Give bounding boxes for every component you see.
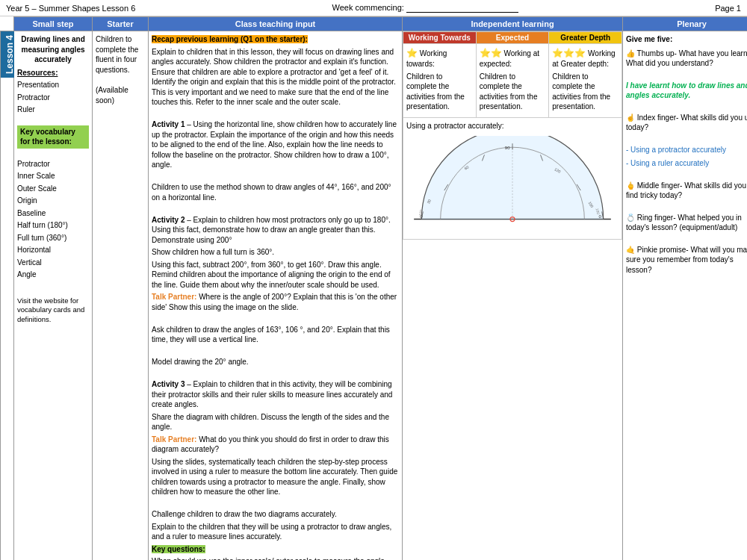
key-questions-label: Key questions:	[152, 545, 205, 553]
gd-header: Greater Depth	[549, 32, 622, 44]
starter-text: Children to complete the fluent in four …	[96, 34, 145, 75]
key-question-1: When should we use the inner scale/ oute…	[152, 556, 399, 560]
page-header: Year 5 – Summer Shapes Lesson 6 Week com…	[0, 0, 747, 16]
vocab-outer-scale: Outer Scale	[17, 184, 89, 194]
col-header-small-step: Small step	[14, 17, 93, 31]
col-header-teaching: Class teaching input	[149, 17, 403, 31]
col-header-plenary: Plenary	[623, 17, 748, 31]
protractor-label: Using a protractor accurately:	[406, 121, 619, 131]
vocab-full-turn: Full turn (360°)	[17, 233, 89, 243]
recap-label: Recap previous learning (Q1 on the start…	[152, 35, 308, 43]
activity1-header: Activity 1 – Using the horizontal line, …	[152, 119, 399, 170]
resource-presentation: Presentation	[17, 80, 89, 90]
small-step-cell: Drawing lines and measuring angles accur…	[14, 31, 93, 561]
col-header-starter: Starter	[93, 17, 149, 31]
activity2-subtract: Using this fact, subtract 200°, from 360…	[152, 260, 399, 290]
vocab-label: Key vocabulary for the lesson:	[17, 125, 89, 149]
plenary-intro: Give me five:	[626, 34, 747, 45]
plenary-thumb: 👍 Thumbs up- What have you learnt? What …	[626, 49, 747, 69]
independent-cell: Working Towards Expected Greater Depth ⭐…	[403, 31, 623, 561]
vocab-baseline: Baseline	[17, 208, 89, 219]
talk-partner-2: Talk Partner: What do you think you shou…	[152, 435, 399, 455]
challenge-text: Challenge children to draw the two diagr…	[152, 509, 399, 520]
vocab-horizontal: Horizontal	[17, 245, 89, 255]
plenary-middle: 🖕 Middle finger- What skills did you fin…	[626, 181, 747, 201]
wt-content: ⭐ Working towards: Children to complete …	[403, 44, 477, 118]
starter-cell: Children to complete the fluent in four …	[93, 31, 149, 561]
activity2-full-turn: Show children how a full turn is 360°.	[152, 247, 399, 258]
model-text: Model drawing the 20° angle.	[152, 357, 399, 367]
gd-content: ⭐⭐⭐ Working at Greater depth: Children t…	[549, 44, 622, 118]
plenary-ring: 💍 Ring finger- What helped you in today'…	[626, 213, 747, 233]
page-title: Year 5 – Summer Shapes Lesson 6	[6, 4, 135, 13]
activity3-header: Activity 3 – Explain to children that in…	[152, 379, 399, 410]
resources-label: Resources:	[17, 68, 89, 78]
website-visit: Visit the website for vocabulary cards a…	[17, 296, 89, 325]
plenary-pinkie: 🤙 Pinkie promise- What will you make sur…	[626, 245, 747, 276]
teaching-cell: Recap previous learning (Q1 on the start…	[149, 31, 403, 561]
exp-content: ⭐⭐ Working at expected: Children to comp…	[476, 44, 549, 118]
exp-header: Expected	[476, 32, 549, 44]
vocab-vertical: Vertical	[17, 258, 89, 268]
ask-angles: Ask children to draw the angles of 163°,…	[152, 325, 399, 345]
protractor-image: 0 0 90	[406, 136, 619, 234]
plenary-index: ☝ Index finger- What skills did you use …	[626, 113, 747, 133]
svg-text:90: 90	[505, 145, 510, 150]
page-number: Page 1	[715, 4, 741, 13]
plenary-using-ruler: - Using a ruler accurately	[626, 158, 747, 169]
talk-partner-1: Talk Partner: Where is the angle of 200°…	[152, 292, 399, 312]
vocab-half-turn: Half turn (180°)	[17, 220, 89, 231]
col-header-independent: Independent learning	[403, 17, 623, 31]
vocab-origin: Origin	[17, 196, 89, 206]
small-step-title: Drawing lines and measuring angles accur…	[17, 34, 89, 65]
plenary-learnt: I have learnt how to draw lines and angl…	[626, 81, 747, 101]
activity1-angles: Children to use the method shown to draw…	[152, 182, 399, 202]
vocab-protractor: Protractor	[17, 159, 89, 169]
protractor-section: Using a protractor accurately:	[403, 117, 622, 239]
plenary-using-protractor: - Using a protractor accurately	[626, 145, 747, 155]
activity2-header: Activity 2 – Explain to children how mos…	[152, 215, 399, 246]
week-commencing: Week commencing:	[332, 3, 518, 13]
vocab-angle: Angle	[17, 270, 89, 280]
systematic-text: Using the slides, systematically teach c…	[152, 457, 399, 497]
explain-final: Explain to the children that they will b…	[152, 522, 399, 542]
lesson-label: Lesson 4	[1, 31, 14, 78]
resource-ruler: Ruler	[17, 105, 89, 115]
recap-text: Explain to children that in this lesson,…	[152, 47, 399, 108]
vocab-inner-scale: Inner Scale	[17, 171, 89, 181]
starter-available: (Available soon)	[96, 85, 145, 105]
resource-protractor: Protractor	[17, 93, 89, 103]
wt-header: Working Towards	[403, 32, 477, 44]
plenary-cell: Give me five: 👍 Thumbs up- What have you…	[623, 31, 748, 561]
share-diagram: Share the diagram with children. Discuss…	[152, 412, 399, 432]
